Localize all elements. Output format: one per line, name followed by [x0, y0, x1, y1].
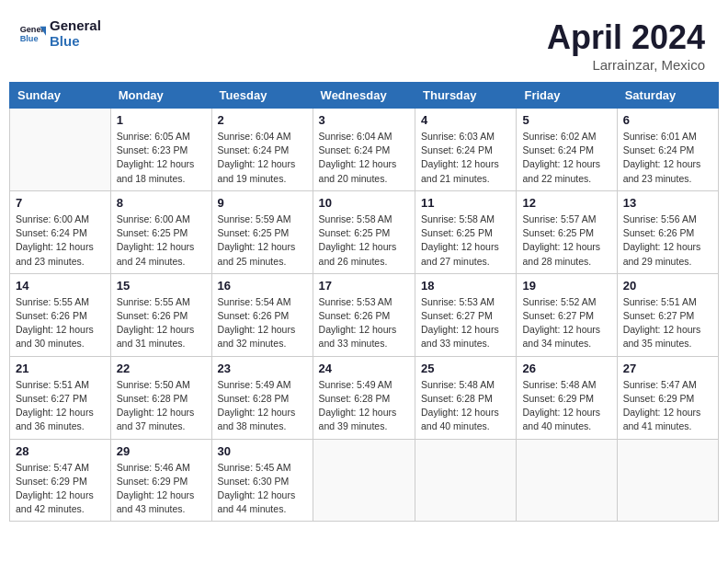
- day-info: Sunrise: 5:49 AMSunset: 6:28 PMDaylight:…: [218, 378, 307, 434]
- day-number: 12: [522, 196, 610, 210]
- day-number: 5: [522, 113, 610, 127]
- day-number: 13: [623, 196, 712, 210]
- calendar-cell: 17Sunrise: 5:53 AMSunset: 6:26 PMDayligh…: [313, 273, 415, 356]
- calendar-cell: 25Sunrise: 5:48 AMSunset: 6:28 PMDayligh…: [415, 356, 517, 439]
- weekday-header-sunday: Sunday: [10, 83, 111, 109]
- day-info: Sunrise: 5:47 AMSunset: 6:29 PMDaylight:…: [623, 378, 712, 434]
- calendar-cell: 23Sunrise: 5:49 AMSunset: 6:28 PMDayligh…: [211, 356, 313, 439]
- calendar-cell: 11Sunrise: 5:58 AMSunset: 6:25 PMDayligh…: [415, 190, 517, 273]
- day-info: Sunrise: 5:46 AMSunset: 6:29 PMDaylight:…: [117, 461, 206, 517]
- svg-text:Blue: Blue: [20, 34, 39, 43]
- day-number: 21: [16, 362, 105, 375]
- day-number: 18: [421, 279, 510, 293]
- calendar-cell: 1Sunrise: 6:05 AMSunset: 6:23 PMDaylight…: [110, 109, 211, 191]
- calendar-cell: 13Sunrise: 5:56 AMSunset: 6:26 PMDayligh…: [617, 190, 718, 273]
- calendar-cell: 19Sunrise: 5:52 AMSunset: 6:27 PMDayligh…: [517, 273, 617, 356]
- calendar-cell: 9Sunrise: 5:59 AMSunset: 6:25 PMDaylight…: [211, 190, 313, 273]
- logo-blue: Blue: [50, 34, 101, 50]
- day-info: Sunrise: 5:57 AMSunset: 6:25 PMDaylight:…: [522, 213, 610, 269]
- day-number: 29: [117, 444, 206, 458]
- calendar-cell: 21Sunrise: 5:51 AMSunset: 6:27 PMDayligh…: [10, 356, 111, 439]
- day-number: 4: [421, 113, 510, 127]
- location: Larrainzar, Mexico: [547, 57, 705, 73]
- calendar-cell: 8Sunrise: 6:00 AMSunset: 6:25 PMDaylight…: [110, 190, 211, 273]
- title-area: April 2024 Larrainzar, Mexico: [547, 18, 705, 73]
- calendar-cell: 15Sunrise: 5:55 AMSunset: 6:26 PMDayligh…: [110, 273, 211, 356]
- calendar-cell: 6Sunrise: 6:01 AMSunset: 6:24 PMDaylight…: [617, 109, 718, 191]
- calendar-cell: 16Sunrise: 5:54 AMSunset: 6:26 PMDayligh…: [211, 273, 313, 356]
- calendar-cell: 10Sunrise: 5:58 AMSunset: 6:25 PMDayligh…: [313, 190, 415, 273]
- calendar-week-row: 7Sunrise: 6:00 AMSunset: 6:24 PMDaylight…: [10, 190, 719, 273]
- day-info: Sunrise: 5:54 AMSunset: 6:26 PMDaylight:…: [218, 295, 307, 351]
- day-info: Sunrise: 5:53 AMSunset: 6:27 PMDaylight:…: [421, 295, 510, 351]
- day-info: Sunrise: 5:55 AMSunset: 6:26 PMDaylight:…: [16, 295, 105, 351]
- calendar-cell: 30Sunrise: 5:45 AMSunset: 6:30 PMDayligh…: [211, 439, 313, 522]
- calendar-cell: 27Sunrise: 5:47 AMSunset: 6:29 PMDayligh…: [617, 356, 718, 439]
- day-number: 23: [218, 362, 307, 375]
- day-info: Sunrise: 5:53 AMSunset: 6:26 PMDaylight:…: [319, 295, 409, 351]
- weekday-header-row: SundayMondayTuesdayWednesdayThursdayFrid…: [10, 83, 719, 109]
- day-info: Sunrise: 5:58 AMSunset: 6:25 PMDaylight:…: [421, 213, 510, 269]
- day-number: 19: [522, 279, 610, 293]
- calendar-cell: 14Sunrise: 5:55 AMSunset: 6:26 PMDayligh…: [10, 273, 111, 356]
- calendar-cell: 29Sunrise: 5:46 AMSunset: 6:29 PMDayligh…: [110, 439, 211, 522]
- weekday-header-wednesday: Wednesday: [313, 83, 415, 109]
- calendar-cell: 22Sunrise: 5:50 AMSunset: 6:28 PMDayligh…: [110, 356, 211, 439]
- calendar-cell: 2Sunrise: 6:04 AMSunset: 6:24 PMDaylight…: [211, 109, 313, 191]
- day-number: 7: [16, 196, 105, 210]
- day-info: Sunrise: 5:51 AMSunset: 6:27 PMDaylight:…: [623, 295, 712, 351]
- calendar-table: SundayMondayTuesdayWednesdayThursdayFrid…: [9, 82, 719, 522]
- day-number: 1: [117, 113, 206, 127]
- calendar-cell: 4Sunrise: 6:03 AMSunset: 6:24 PMDaylight…: [415, 109, 517, 191]
- calendar-cell: 3Sunrise: 6:04 AMSunset: 6:24 PMDaylight…: [313, 109, 415, 191]
- calendar-cell: 26Sunrise: 5:48 AMSunset: 6:29 PMDayligh…: [517, 356, 617, 439]
- day-number: 25: [421, 362, 510, 375]
- day-info: Sunrise: 5:49 AMSunset: 6:28 PMDaylight:…: [319, 378, 409, 434]
- weekday-header-saturday: Saturday: [617, 83, 718, 109]
- day-number: 3: [319, 113, 409, 127]
- day-number: 9: [218, 196, 307, 210]
- day-info: Sunrise: 6:02 AMSunset: 6:24 PMDaylight:…: [522, 130, 610, 186]
- page-header: General Blue General Blue April 2024 Lar…: [9, 9, 719, 82]
- day-info: Sunrise: 5:52 AMSunset: 6:27 PMDaylight:…: [522, 295, 610, 351]
- calendar-cell: 20Sunrise: 5:51 AMSunset: 6:27 PMDayligh…: [617, 273, 718, 356]
- day-info: Sunrise: 5:45 AMSunset: 6:30 PMDaylight:…: [218, 461, 307, 517]
- day-number: 6: [623, 113, 712, 127]
- day-number: 20: [623, 279, 712, 293]
- day-number: 17: [319, 279, 409, 293]
- logo-general: General: [50, 18, 101, 34]
- day-info: Sunrise: 6:03 AMSunset: 6:24 PMDaylight:…: [421, 130, 510, 186]
- calendar-cell: 18Sunrise: 5:53 AMSunset: 6:27 PMDayligh…: [415, 273, 517, 356]
- day-info: Sunrise: 6:01 AMSunset: 6:24 PMDaylight:…: [623, 130, 712, 186]
- logo: General Blue General Blue: [18, 18, 101, 49]
- day-number: 11: [421, 196, 510, 210]
- day-info: Sunrise: 5:55 AMSunset: 6:26 PMDaylight:…: [117, 295, 206, 351]
- day-number: 28: [16, 444, 105, 458]
- day-number: 24: [319, 362, 409, 375]
- day-info: Sunrise: 6:00 AMSunset: 6:24 PMDaylight:…: [16, 213, 105, 269]
- day-info: Sunrise: 5:48 AMSunset: 6:29 PMDaylight:…: [522, 378, 610, 434]
- weekday-header-friday: Friday: [517, 83, 617, 109]
- day-info: Sunrise: 6:05 AMSunset: 6:23 PMDaylight:…: [117, 130, 206, 186]
- day-info: Sunrise: 5:56 AMSunset: 6:26 PMDaylight:…: [623, 213, 712, 269]
- day-info: Sunrise: 5:47 AMSunset: 6:29 PMDaylight:…: [16, 461, 105, 517]
- day-info: Sunrise: 6:04 AMSunset: 6:24 PMDaylight:…: [218, 130, 307, 186]
- weekday-header-tuesday: Tuesday: [211, 83, 313, 109]
- day-number: 15: [117, 279, 206, 293]
- day-number: 30: [218, 444, 307, 458]
- calendar-cell: [313, 439, 415, 522]
- day-info: Sunrise: 5:48 AMSunset: 6:28 PMDaylight:…: [421, 378, 510, 434]
- day-number: 27: [623, 362, 712, 375]
- calendar-cell: 28Sunrise: 5:47 AMSunset: 6:29 PMDayligh…: [10, 439, 111, 522]
- calendar-week-row: 28Sunrise: 5:47 AMSunset: 6:29 PMDayligh…: [10, 439, 719, 522]
- calendar-cell: 5Sunrise: 6:02 AMSunset: 6:24 PMDaylight…: [517, 109, 617, 191]
- logo-icon: General Blue: [18, 20, 46, 48]
- calendar-cell: [617, 439, 718, 522]
- calendar-cell: 24Sunrise: 5:49 AMSunset: 6:28 PMDayligh…: [313, 356, 415, 439]
- day-info: Sunrise: 5:58 AMSunset: 6:25 PMDaylight:…: [319, 213, 409, 269]
- day-info: Sunrise: 5:51 AMSunset: 6:27 PMDaylight:…: [16, 378, 105, 434]
- month-title: April 2024: [547, 18, 705, 57]
- calendar-cell: [415, 439, 517, 522]
- day-info: Sunrise: 6:00 AMSunset: 6:25 PMDaylight:…: [117, 213, 206, 269]
- day-number: 26: [522, 362, 610, 375]
